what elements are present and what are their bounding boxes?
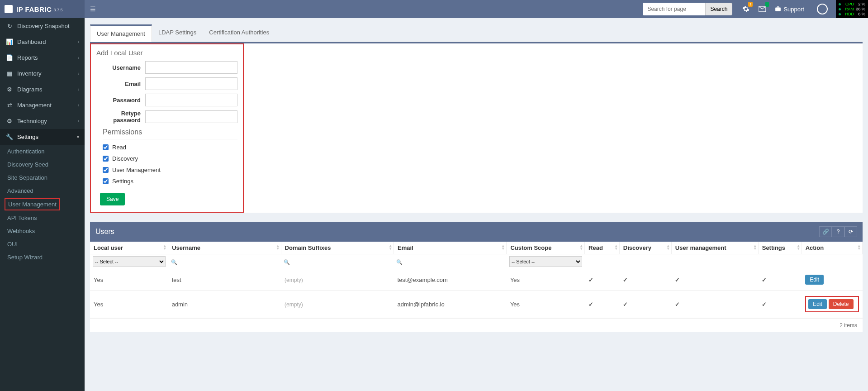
tab-certification-authorities[interactable]: Certification Authorities — [203, 24, 275, 42]
username-input[interactable] — [145, 61, 237, 74]
nav-reports[interactable]: 📄Reports‹ — [0, 50, 85, 66]
perm-settings-checkbox[interactable] — [103, 178, 109, 184]
col-user-management[interactable]: User management▴▾ — [671, 242, 758, 254]
cell-scope: Yes — [507, 291, 585, 318]
local-user-filter[interactable]: -- Select -- — [93, 256, 166, 267]
cell-discovery: ✓ — [619, 269, 671, 291]
cell-domain: (empty) — [281, 269, 394, 291]
tab-user-management[interactable]: User Management — [90, 24, 152, 42]
nav-icon: 📊 — [5, 38, 14, 45]
edit-button[interactable]: Edit — [808, 299, 827, 309]
col-settings[interactable]: Settings▴▾ — [758, 242, 802, 254]
refresh-icon[interactable]: ⟳ — [844, 226, 857, 237]
delete-button[interactable]: Delete — [829, 299, 854, 309]
settings-gear-icon[interactable]: 1 — [738, 0, 754, 18]
link-icon[interactable]: 🔗 — [819, 226, 832, 237]
retype-password-label: Retype password — [96, 110, 145, 124]
nav-management[interactable]: ⇄Management‹ — [0, 97, 85, 113]
mail-icon[interactable] — [754, 0, 770, 18]
mail-badge — [765, 2, 769, 7]
col-local-user[interactable]: Local user▴▾ — [90, 242, 168, 254]
retype-password-input[interactable] — [145, 110, 237, 123]
perm-read-checkbox[interactable] — [103, 144, 109, 150]
nav-inventory[interactable]: ▦Inventory‹ — [0, 66, 85, 81]
edit-button[interactable]: Edit — [805, 275, 824, 285]
users-panel-title: Users — [95, 228, 114, 236]
chevron-icon: ▾ — [77, 134, 79, 139]
nav-icon: ⚙ — [5, 118, 14, 124]
help-icon[interactable]: ? — [832, 226, 844, 237]
cell-action: EditDelete — [802, 291, 862, 318]
subnav-authentication[interactable]: Authentication — [0, 145, 85, 158]
nav-label: Reports — [17, 54, 38, 61]
sort-icon: ▴▾ — [858, 244, 860, 250]
cell-scope: Yes — [507, 269, 585, 291]
tabs: User Management LDAP Settings Certificat… — [90, 24, 863, 42]
perm-usermgmt-label: User Management — [112, 167, 161, 173]
cell-discovery: ✓ — [619, 291, 671, 318]
domain-filter-icon[interactable]: 🔍 — [284, 259, 290, 265]
nav-discovery-snapshot[interactable]: ↻Discovery Snapshot — [0, 18, 85, 34]
nav-settings[interactable]: 🔧Settings▾ — [0, 129, 85, 145]
subnav-discovery-seed[interactable]: Discovery Seed — [0, 158, 85, 171]
nav-icon: ↻ — [5, 23, 14, 29]
sort-icon: ▴▾ — [615, 244, 617, 250]
cell-usermgmt: ✓ — [671, 291, 758, 318]
subnav-oui[interactable]: OUI — [0, 238, 85, 251]
globe-icon[interactable] — [809, 0, 836, 18]
cell-local: Yes — [90, 269, 168, 291]
col-read[interactable]: Read▴▾ — [585, 242, 620, 254]
sort-icon: ▴▾ — [797, 244, 800, 250]
topbar: IP FABRIC 3.7.5 ☰ Search 1 Support CPU2 … — [0, 0, 868, 18]
version-label: 3.7.5 — [53, 8, 62, 12]
subnav-api-tokens[interactable]: API Tokens — [0, 211, 85, 224]
sort-icon: ▴▾ — [502, 244, 504, 250]
chevron-icon: ‹ — [78, 39, 79, 44]
email-label: Email — [96, 81, 145, 87]
save-button[interactable]: Save — [100, 193, 125, 205]
username-filter-icon[interactable]: 🔍 — [171, 259, 177, 265]
subnav-advanced[interactable]: Advanced — [0, 184, 85, 197]
subnav-setup-wizard[interactable]: Setup Wizard — [0, 251, 85, 264]
nav-icon: ⇄ — [5, 102, 14, 109]
cell-username: test — [168, 269, 281, 291]
search-button[interactable]: Search — [705, 3, 732, 15]
subnav-user-management[interactable]: User Management — [5, 198, 60, 210]
col-username[interactable]: Username▴▾ — [168, 242, 281, 254]
sort-icon: ▴▾ — [667, 244, 669, 250]
nav-label: Discovery Snapshot — [17, 23, 70, 29]
col-action[interactable]: Action▴▾ — [802, 242, 862, 254]
tab-ldap-settings[interactable]: LDAP Settings — [152, 24, 203, 42]
subnav-site-separation[interactable]: Site Separation — [0, 171, 85, 184]
password-label: Password — [96, 97, 145, 104]
subnav-webhooks[interactable]: Webhooks — [0, 224, 85, 238]
sort-icon: ▴▾ — [277, 244, 279, 250]
col-email[interactable]: Email▴▾ — [394, 242, 506, 254]
cell-usermgmt: ✓ — [671, 269, 758, 291]
nav-dashboard[interactable]: 📊Dashboard‹ — [0, 34, 85, 50]
search-input[interactable] — [643, 3, 705, 15]
col-custom-scope[interactable]: Custom Scope▴▾ — [507, 242, 585, 254]
support-label: Support — [783, 6, 804, 13]
menu-toggle-icon[interactable]: ☰ — [85, 5, 101, 13]
scope-filter[interactable]: -- Select -- — [509, 256, 582, 267]
nav-technology[interactable]: ⚙Technology‹ — [0, 113, 85, 129]
nav-diagrams[interactable]: ⚙Diagrams‹ — [0, 81, 85, 97]
chevron-icon: ‹ — [78, 87, 79, 92]
col-domain-suffixes[interactable]: Domain Suffixes▴▾ — [281, 242, 394, 254]
table-row: Yesadmin(empty)admin@ipfabric.ioYes✓✓✓✓E… — [90, 291, 863, 318]
nav-icon: 🔧 — [5, 134, 14, 140]
perm-read-label: Read — [112, 144, 126, 151]
perm-discovery-checkbox[interactable] — [103, 156, 109, 162]
search-group: Search — [643, 3, 732, 15]
support-button[interactable]: Support — [770, 0, 809, 18]
perm-usermgmt-checkbox[interactable] — [103, 167, 109, 173]
users-table: Local user▴▾Username▴▾Domain Suffixes▴▾E… — [90, 242, 863, 318]
add-user-title: Add Local User — [96, 49, 237, 57]
col-discovery[interactable]: Discovery▴▾ — [619, 242, 671, 254]
password-input[interactable] — [145, 94, 237, 106]
cell-action: Edit — [802, 269, 862, 291]
nav-label: Diagrams — [17, 86, 43, 93]
email-input[interactable] — [145, 77, 237, 90]
email-filter-icon[interactable]: 🔍 — [396, 259, 403, 265]
